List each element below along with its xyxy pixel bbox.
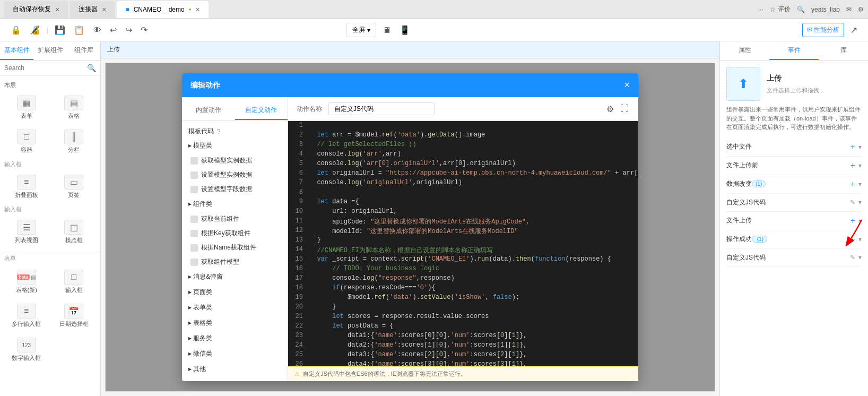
tab-cnameo[interactable]: ■ CNAMEO__demo ● × <box>117 1 208 18</box>
grid4: beta▤ 表格(新) □ 输入框 ≡ 多行输入框 📅 日期选择框 123 <box>0 264 100 367</box>
search-input[interactable] <box>4 64 85 72</box>
tab-basic-components[interactable]: 基本组件 <box>0 41 33 60</box>
event-custom-js-1-arrow[interactable]: ▾ <box>858 199 862 206</box>
code-editor[interactable]: 1 2 let arr = $model.ref('data').getData… <box>288 121 638 366</box>
column-icon: ║ <box>64 130 83 144</box>
more-btn[interactable]: ··· <box>758 6 763 13</box>
tab-autosave-close[interactable]: × <box>55 5 59 14</box>
section-table[interactable]: ▸ 表格类 <box>182 315 288 331</box>
newtable-label: 表格(新) <box>16 286 37 294</box>
fullscreen-btn[interactable]: 全屏 ▾ <box>346 23 376 37</box>
tab-component-lib[interactable]: 组件库 <box>67 41 100 60</box>
expand-icon-btn[interactable]: ⛶ <box>619 103 630 115</box>
comp-collapse[interactable]: ≡ 折叠面板 <box>4 171 49 202</box>
section-other[interactable]: ▸ 其他 <box>182 361 288 377</box>
code-line-21: 21 let scores = response.result.value.sc… <box>288 312 638 322</box>
evaluate-btn[interactable]: ☆ 评价 <box>770 5 791 14</box>
event-file-upload-plus[interactable]: + <box>850 216 855 226</box>
event-before-upload-arrow[interactable]: ▾ <box>858 162 862 169</box>
comp-column[interactable]: ║ 分栏 <box>52 126 97 157</box>
action-name-label: 动作名称 <box>297 105 322 114</box>
search-btn[interactable]: 🔍 <box>797 6 805 13</box>
comp-form[interactable]: ▦ 表单 <box>4 92 49 123</box>
lock-btn[interactable]: 🔒 <box>8 23 23 37</box>
redo-btn[interactable]: ↪ <box>123 23 134 37</box>
event-custom-js-2-edit[interactable]: ✎ <box>850 254 855 261</box>
footer-warning-text: 自定义JS代码中包含ES6的语法，IE浏览器下将无法正常运行。 <box>303 370 466 378</box>
tab-connector-close[interactable]: × <box>102 5 106 14</box>
section-model-header[interactable]: ▸ 模型类 <box>182 138 288 153</box>
modal-tab-custom[interactable]: 自定义动作 <box>235 101 288 120</box>
tab-connector-label: 连接器 <box>79 5 98 14</box>
event-select-file-plus[interactable]: + <box>850 142 855 152</box>
comp-input[interactable]: □ 输入框 <box>52 266 97 297</box>
settings-btn[interactable]: ⚙ <box>858 6 864 13</box>
event-file-upload-actions: + ▾ <box>850 216 862 226</box>
right-tab-props[interactable]: 属性 <box>720 41 769 60</box>
save-btn[interactable]: 💾 <box>53 23 67 37</box>
settings-icon-btn[interactable]: ⚙ <box>605 103 615 115</box>
undo-btn[interactable]: ↩ <box>108 23 119 37</box>
container-icon: □ <box>17 130 36 144</box>
tab-connector[interactable]: 连接器 × <box>70 1 115 18</box>
event-custom-js-1-edit[interactable]: ✎ <box>850 199 855 206</box>
event-select-file-arrow[interactable]: ▾ <box>858 143 862 151</box>
event-data-change-plus[interactable]: + <box>850 179 855 189</box>
code-line-9: 9 let data ={ <box>288 197 638 207</box>
user-btn[interactable]: yeats_liao <box>811 6 840 13</box>
forward-btn[interactable]: ↷ <box>138 23 150 37</box>
comp-container[interactable]: □ 容器 <box>4 126 49 157</box>
comp-multiinput[interactable]: ≡ 多行输入框 <box>4 300 49 331</box>
item-get-by-name[interactable]: 根据Name获取组件 <box>182 240 288 255</box>
browser-actions: ··· ☆ 评价 🔍 yeats_liao ✉ ⚙ <box>758 5 864 14</box>
item-get-comp-model[interactable]: 获取组件模型 <box>182 255 288 269</box>
section-form[interactable]: ▸ 表单类 <box>182 300 288 315</box>
comp-numberinput[interactable]: 123 数字输入框 <box>4 334 49 365</box>
section-service[interactable]: ▸ 服务类 <box>182 331 288 346</box>
mobile-btn[interactable]: 📱 <box>397 23 412 37</box>
table-icon: ▤ <box>64 96 83 110</box>
event-file-upload-arrow[interactable]: ▾ <box>858 217 862 225</box>
section-wechat-label: ▸ 微信类 <box>188 349 212 358</box>
event-success-plus[interactable]: + <box>850 235 855 244</box>
comp-datepicker[interactable]: 📅 日期选择框 <box>52 300 97 331</box>
comp-listview[interactable]: ☰ 列表视图 <box>4 217 49 247</box>
event-data-change-label: 数据改变(1) <box>726 179 766 188</box>
event-custom-js-2-arrow[interactable]: ▾ <box>858 254 862 261</box>
tab-autosave[interactable]: 自动保存恢复 × <box>4 1 68 18</box>
tab-cnameo-close[interactable]: × <box>196 5 200 14</box>
code-line-26: 26 data4:{'name':scores[3][0],'num':scor… <box>288 360 638 366</box>
comp-newtable[interactable]: beta▤ 表格(新) <box>4 266 49 297</box>
item-set-field[interactable]: 设置模型字段数据 <box>182 182 288 196</box>
lock2-btn[interactable]: 🔏 <box>28 23 42 37</box>
event-data-change-arrow[interactable]: ▾ <box>858 180 862 188</box>
right-tab-lib[interactable]: 库 <box>819 41 868 60</box>
modal-close-btn[interactable]: × <box>624 80 630 91</box>
share-btn[interactable]: ↗ <box>848 23 860 37</box>
item-get-current[interactable]: 获取当前组件 <box>182 212 288 226</box>
action-name-input[interactable] <box>328 102 435 115</box>
right-tab-events[interactable]: 事件 <box>769 41 819 60</box>
item-set-model[interactable]: 设置模型实例数据 <box>182 168 288 182</box>
modal-tab-builtin[interactable]: 内置动作 <box>182 101 235 120</box>
section-page[interactable]: ▸ 页面类 <box>182 285 288 300</box>
comp-modal[interactable]: ◫ 模态框 <box>52 217 97 247</box>
section-comp-header[interactable]: ▸ 组件类 <box>182 196 288 212</box>
mail-btn[interactable]: ✉ <box>846 6 852 13</box>
perf-btn[interactable]: ✉ 性能分析 <box>802 23 844 37</box>
comp-tabs[interactable]: ▭ 页签 <box>52 171 97 202</box>
section-wechat[interactable]: ▸ 微信类 <box>182 346 288 361</box>
item-get-model[interactable]: 获取模型实例数据 <box>182 153 288 168</box>
section-msg[interactable]: ▸ 消息&弹窗 <box>182 269 288 285</box>
event-before-upload-plus[interactable]: + <box>850 161 855 170</box>
event-success-arrow[interactable]: ▾ <box>858 236 862 243</box>
comp-table[interactable]: ▤ 表格 <box>52 92 97 123</box>
event-select-file-actions: + ▾ <box>850 142 862 152</box>
copy-btn[interactable]: 📋 <box>72 23 86 37</box>
preview-btn[interactable]: 👁 <box>91 23 103 37</box>
modal-header: 编辑动作 × <box>182 73 638 97</box>
item-get-by-key[interactable]: 根据Key获取组件 <box>182 226 288 240</box>
canvas-content[interactable]: 编辑动作 × 内置动作 自定义动作 模板代码 <box>105 63 715 392</box>
desktop-btn[interactable]: 🖥 <box>380 23 393 37</box>
tab-ext-components[interactable]: 扩展组件 <box>33 41 67 60</box>
